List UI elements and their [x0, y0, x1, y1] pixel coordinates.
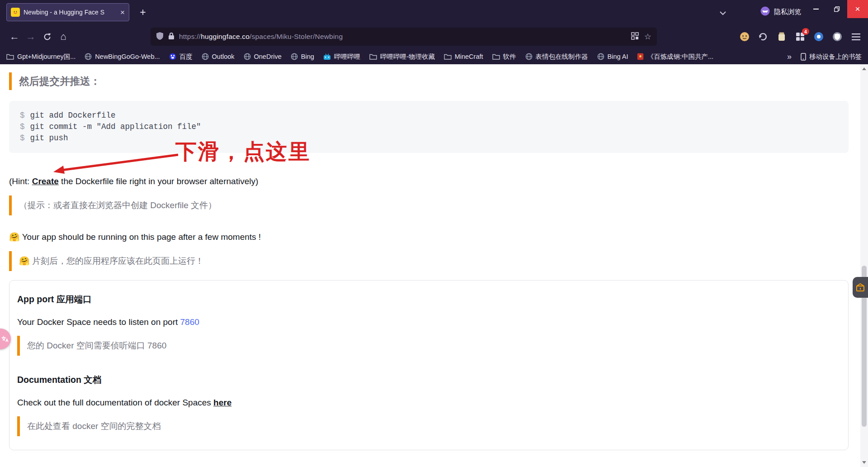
- bookmarks-toolbar: Gpt+Midjourney国...NewBingGoGo-Web...百度Ou…: [0, 49, 868, 64]
- bookmark-item[interactable]: Gpt+Midjourney国...: [6, 52, 75, 61]
- tracking-protection-shield-icon[interactable]: [156, 32, 164, 42]
- forward-icon[interactable]: →: [23, 29, 39, 45]
- code-line: $git add Dockerfile: [20, 110, 838, 121]
- push-heading: 然后提交并推送：: [9, 72, 849, 90]
- back-icon[interactable]: ←: [6, 29, 23, 45]
- extension-grid-icon[interactable]: 4: [793, 30, 807, 43]
- info-box: App port 应用端口 Your Docker Space needs to…: [9, 280, 849, 450]
- hint-pre: (Hint:: [9, 176, 32, 186]
- url-bar[interactable]: https://huggingface.co/spaces/Miku-Stole…: [151, 28, 657, 46]
- tab-close-icon[interactable]: ×: [120, 9, 125, 16]
- port-text: Your Docker Space needs to listen on por…: [17, 317, 180, 327]
- minimize-button[interactable]: [806, 0, 826, 18]
- globe-icon: [202, 53, 209, 60]
- restore-button[interactable]: [826, 0, 847, 18]
- list-all-tabs-chevron-icon[interactable]: [720, 9, 726, 17]
- url-text: https://huggingface.co/spaces/Miku-Stole…: [179, 33, 627, 41]
- bookmark-label: OneDrive: [254, 53, 282, 60]
- navigation-toolbar: ← → ⌂ https://huggingface.co/spaces/Miku…: [0, 24, 868, 49]
- port-paragraph: Your Docker Space needs to listen on por…: [17, 317, 837, 327]
- url-protocol: https://: [179, 33, 201, 40]
- folder-icon: [6, 53, 14, 60]
- here-link[interactable]: here: [213, 398, 231, 407]
- browser-tab[interactable]: Newbing - a Hugging Face S ×: [6, 3, 129, 21]
- globe-icon: [291, 53, 298, 60]
- annotation-arrow: [47, 150, 183, 177]
- reload-icon[interactable]: [39, 29, 55, 45]
- bookmark-label: Bing AI: [608, 53, 628, 60]
- bookmark-item[interactable]: Bing AI: [597, 53, 628, 60]
- bookmark-item[interactable]: OneDrive: [244, 53, 282, 60]
- globe-icon: [597, 53, 604, 60]
- browser-chrome: Newbing - a Hugging Face S × + 隐私浏览 × ← …: [0, 0, 868, 64]
- bookmark-label: Outlook: [212, 53, 235, 60]
- bookmark-label: 哔哩哔哩-物理收藏: [380, 52, 435, 61]
- extension-face-icon[interactable]: [738, 30, 751, 43]
- bookmark-item[interactable]: 哔哩哔哩-物理收藏: [369, 52, 435, 61]
- bookmarks-list: Gpt+Midjourney国...NewBingGoGo-Web...百度Ou…: [6, 52, 713, 61]
- shell-prompt: $: [20, 122, 25, 131]
- bookmark-label: Gpt+Midjourney国...: [17, 52, 75, 61]
- lock-icon[interactable]: [168, 32, 175, 42]
- bookmark-item[interactable]: 哔哩哔哩: [323, 52, 360, 61]
- window-controls: ×: [806, 0, 868, 18]
- running-text-en: 🤗 Your app should be running on this pag…: [9, 232, 849, 242]
- new-tab-button[interactable]: +: [136, 5, 150, 19]
- bookmark-item[interactable]: NewBingGoGo-Web...: [85, 53, 160, 60]
- phone-icon: [801, 53, 806, 61]
- extensions-area: 4: [738, 30, 868, 43]
- extension-badge: 4: [802, 28, 809, 35]
- hint-line: (Hint: Create the Dockerfile file right …: [9, 176, 849, 186]
- bookmark-label: NewBingGoGo-Web...: [95, 53, 160, 60]
- menu-icon[interactable]: [849, 30, 863, 43]
- bookmark-star-icon[interactable]: ☆: [644, 33, 651, 41]
- page-content: 然后提交并推送： $git add Dockerfile $git commit…: [0, 64, 860, 467]
- bookmark-label: Bing: [301, 53, 314, 60]
- port-7860-link[interactable]: 7860: [180, 317, 199, 327]
- bookmark-item[interactable]: MineCraft: [444, 53, 483, 60]
- bookmark-item[interactable]: 《百炼成钢:中国共产...: [637, 52, 713, 61]
- doc-quote-zh: 在此处查看 docker 空间的完整文档: [17, 416, 837, 436]
- app-port-heading: App port 应用端口: [17, 293, 837, 305]
- doc-paragraph: Check out the full documentation of dock…: [17, 398, 837, 408]
- qr-code-icon[interactable]: [631, 32, 639, 42]
- extension-blue-circle-icon[interactable]: [812, 30, 826, 43]
- close-button[interactable]: ×: [847, 0, 868, 18]
- create-link[interactable]: Create: [32, 176, 59, 186]
- globe-icon: [85, 53, 92, 60]
- extension-gray-circle-icon[interactable]: [830, 30, 844, 43]
- shell-prompt: $: [20, 133, 25, 143]
- vertical-scrollbar[interactable]: [860, 64, 868, 467]
- hint-quote-zh: （提示：或者直接在浏览器中创建 Dockerfile 文件）: [9, 195, 849, 215]
- extension-jar-icon[interactable]: [775, 30, 788, 43]
- minimize-icon: [813, 9, 819, 10]
- shell-prompt: $: [20, 111, 25, 120]
- bookmark-item[interactable]: Bing: [291, 53, 314, 60]
- home-icon[interactable]: ⌂: [55, 29, 71, 45]
- extension-undo-arrow-icon[interactable]: [756, 30, 770, 43]
- bookmark-item[interactable]: 百度: [169, 52, 193, 61]
- doc-text: Check out the full documentation of dock…: [17, 398, 213, 407]
- bookmark-label: 软件: [503, 52, 516, 61]
- bookmark-item[interactable]: 表情包在线制作器: [525, 52, 588, 61]
- documentation-heading: Documentation 文档: [17, 374, 837, 386]
- mobile-bookmarks-item[interactable]: 移动设备上的书签: [801, 52, 862, 61]
- bookmarks-overflow-icon[interactable]: »: [787, 52, 792, 62]
- tab-bar: Newbing - a Hugging Face S × + 隐私浏览 ×: [0, 0, 868, 24]
- sidebar-handle-widget[interactable]: [853, 277, 868, 298]
- bilibili-icon: [323, 53, 331, 60]
- scroll-down-arrow-icon[interactable]: [860, 459, 868, 466]
- bookmark-label: 百度: [179, 52, 193, 61]
- folder-icon: [492, 53, 500, 60]
- bookmark-item[interactable]: Outlook: [202, 53, 235, 60]
- huggingface-favicon-icon: [11, 8, 20, 17]
- bookmark-item[interactable]: 软件: [492, 52, 516, 61]
- code-text: git push: [30, 133, 68, 143]
- bookmark-label: 表情包在线制作器: [536, 52, 588, 61]
- folder-icon: [369, 53, 377, 60]
- url-domain: huggingface.co: [201, 33, 250, 40]
- scroll-up-arrow-icon[interactable]: [860, 65, 868, 72]
- translate-icon: [0, 335, 9, 343]
- hint-post: the Dockerfile file right in your browse…: [59, 176, 258, 186]
- code-text: git add Dockerfile: [30, 111, 116, 120]
